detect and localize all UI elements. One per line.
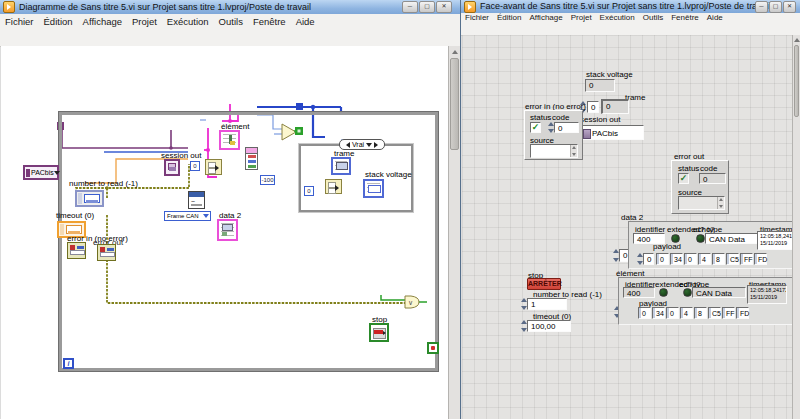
session-out-indicator: PACbis [580, 125, 644, 140]
stop-button[interactable]: ARRÊTER [527, 278, 561, 290]
element-payload-cell: C5 [708, 307, 721, 319]
menu-outils[interactable]: Outils [214, 15, 248, 28]
menu-fenetre[interactable]: Fenêtre [667, 13, 703, 22]
session-out-terminal[interactable] [164, 159, 180, 176]
front-panel-window: Face-avant de Sans titre 5.vi sur Projet… [460, 0, 800, 419]
data2-payload-cell[interactable]: FD [754, 253, 767, 265]
data2-payload-index-value[interactable]: 0 [643, 253, 654, 265]
block-diagram-window: Diagramme de Sans titre 5.vi sur Projet … [0, 0, 460, 419]
data2-control-terminal[interactable] [217, 219, 238, 241]
index-array-node-2[interactable] [325, 179, 342, 194]
number-to-read-label: number to read (-1) [69, 180, 138, 188]
data2-payload-cell[interactable]: 8 [712, 253, 725, 265]
status-label: status [530, 114, 551, 122]
index-array-node-1[interactable] [205, 159, 222, 175]
data2-echo-led[interactable] [696, 234, 705, 243]
pacbis-io-constant[interactable]: PACbis [23, 165, 59, 180]
labview-vi-icon [464, 1, 476, 13]
front-panel-canvas[interactable]: stack voltage 0 trame 0 0 session out PA… [462, 35, 792, 419]
stack-voltage-indicator-terminal[interactable] [363, 179, 384, 198]
maximize-icon[interactable]: ▢ [769, 1, 782, 13]
close-icon[interactable]: ✕ [436, 1, 452, 13]
fp-vertical-scrollbar[interactable] [792, 35, 800, 419]
titlebar[interactable]: Diagramme de Sans titre 5.vi sur Projet … [0, 0, 460, 15]
data2-cluster: identifier 400 extended? echo? type CAN … [628, 221, 792, 269]
element-identifier-value: 400 [623, 287, 655, 298]
element-echo-led [683, 288, 692, 297]
minimize-icon[interactable]: ─ [402, 1, 418, 13]
timeout-label: timeout (0) [56, 212, 94, 220]
minus-100-constant[interactable]: -100 [260, 175, 275, 185]
element-payload-cell: 4 [680, 307, 693, 319]
menu-fenetre[interactable]: Fenêtre [248, 15, 291, 28]
case-selector-value: Vrai [352, 141, 364, 148]
data2-payload-cell[interactable]: 4 [698, 253, 711, 265]
data2-payload-cell[interactable]: 0 [684, 253, 697, 265]
element-payload-cell: 34 [652, 307, 665, 319]
unbundle-by-name-node[interactable] [245, 147, 258, 170]
error-out-cluster: status code ✓ 0 source [671, 160, 729, 214]
menu-fichier[interactable]: Fichier [0, 15, 39, 28]
window-title: Diagramme de Sans titre 5.vi sur Projet … [19, 3, 311, 12]
error-in-cluster: status code ✓ 0 source [524, 110, 583, 160]
error-in-source-field[interactable] [530, 144, 578, 158]
stop-boolean-terminal[interactable] [369, 323, 389, 342]
error-out-terminal[interactable] [97, 244, 116, 261]
desktop: Diagramme de Sans titre 5.vi sur Projet … [0, 0, 800, 419]
menu-aide[interactable]: Aide [291, 15, 320, 28]
session-out-label: session out [580, 116, 620, 124]
block-diagram-canvas[interactable]: ∨ Vrai PACbis number to read (-1) [1, 46, 448, 419]
element-cluster: identifier 400 extended? echo? type CAN … [618, 277, 792, 325]
element-type-value: CAN Data [692, 287, 746, 298]
window-controls: ─ ▢ ✕ [402, 1, 452, 13]
loop-condition-terminal[interactable] [427, 342, 439, 354]
iteration-terminal[interactable]: i [63, 358, 74, 369]
maximize-icon[interactable]: ▢ [419, 1, 435, 13]
menu-outils[interactable]: Outils [639, 13, 667, 22]
trame-index-value[interactable]: 0 [587, 101, 599, 113]
menu-projet[interactable]: Projet [127, 15, 162, 28]
menu-aide[interactable]: Aide [703, 13, 727, 22]
data2-timestamp-value[interactable]: 12:05:18,241727115/11/2019 [757, 231, 792, 250]
error-in-terminal[interactable] [67, 242, 86, 259]
element-timestamp-value: 12:05:18,241727115/11/2019 [747, 285, 787, 304]
payload-label: payload [653, 243, 681, 251]
number-to-read-value[interactable]: 1 [527, 298, 567, 310]
menu-projet[interactable]: Projet [567, 13, 596, 22]
element-payload-cell: 8 [694, 307, 707, 319]
window-title: Face-avant de Sans titre 5.vi sur Projet… [480, 2, 771, 11]
stack-voltage-indicator: 0 [585, 79, 615, 92]
error-in-code-value[interactable]: 0 [554, 122, 579, 133]
frame-can-ring[interactable]: Frame CAN [164, 211, 211, 221]
menu-affichage[interactable]: Affichage [78, 15, 127, 28]
xnet-read-node[interactable]: ~ [188, 191, 205, 209]
error-in-status-checkbox[interactable]: ✓ [530, 122, 541, 133]
trame-indicator-terminal[interactable] [331, 157, 351, 175]
menu-execution[interactable]: Exécution [596, 13, 639, 22]
timeout-value[interactable]: 100,00 [527, 320, 571, 332]
index-constant-0-a[interactable]: 0 [190, 161, 200, 171]
menu-edition[interactable]: Édition [39, 15, 78, 28]
minimize-icon[interactable]: ─ [755, 1, 768, 13]
stack-voltage-bd-label: stack voltage [365, 171, 412, 179]
labview-vi-icon [3, 1, 15, 13]
menu-execution[interactable]: Exécution [162, 15, 214, 28]
error-out-code-value: 0 [699, 173, 726, 184]
menu-affichage[interactable]: Affichage [525, 13, 566, 22]
element-indicator-terminal[interactable] [219, 130, 240, 150]
data2-payload-cell[interactable]: C5 [726, 253, 739, 265]
element-extended-led [659, 288, 668, 297]
close-icon[interactable]: ✕ [783, 1, 796, 13]
data2-payload-cell[interactable]: FF [740, 253, 753, 265]
data2-payload-cell[interactable]: 0 [656, 253, 669, 265]
menu-fichier[interactable]: Fichier [461, 13, 493, 22]
index-constant-0-b[interactable]: 0 [304, 186, 314, 196]
data2-payload-cell[interactable]: 34 [670, 253, 683, 265]
number-to-read-terminal[interactable] [75, 190, 104, 207]
element-payload-cell: FD [736, 307, 749, 319]
pacbis-constant-text: PACbis [31, 169, 54, 176]
menu-edition[interactable]: Édition [493, 13, 525, 22]
data2-type-value[interactable]: CAN Data [705, 233, 759, 244]
titlebar[interactable]: Face-avant de Sans titre 5.vi sur Projet… [461, 0, 800, 14]
bd-vertical-scrollbar[interactable] [448, 46, 460, 419]
